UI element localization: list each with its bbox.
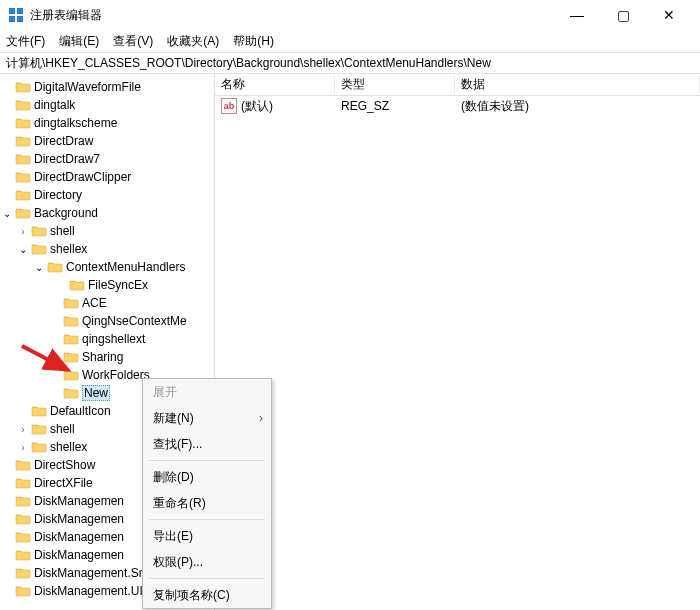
tree-item[interactable]: DigitalWaveformFile (0, 78, 214, 96)
spacer (0, 476, 14, 490)
maximize-button[interactable]: ▢ (600, 0, 646, 30)
tree-item[interactable]: ACE (0, 294, 214, 312)
spacer (0, 530, 14, 544)
ctx-permissions[interactable]: 权限(P)... (143, 549, 271, 575)
tree-item[interactable]: ›shell (0, 222, 214, 240)
tree-item-label: DiskManagemen (34, 512, 124, 526)
close-button[interactable]: ✕ (646, 0, 692, 30)
tree-item-label: QingNseContextMe (82, 314, 187, 328)
ctx-delete[interactable]: 删除(D) (143, 464, 271, 490)
chevron-down-icon[interactable]: ⌄ (32, 260, 46, 274)
address-bar[interactable]: 计算机\HKEY_CLASSES_ROOT\Directory\Backgrou… (0, 52, 700, 74)
tree-item-label: shell (50, 224, 75, 238)
titlebar: 注册表编辑器 — ▢ ✕ (0, 0, 700, 30)
menu-help[interactable]: 帮助(H) (233, 33, 274, 50)
string-value-icon: ab (221, 98, 237, 114)
menu-file[interactable]: 文件(F) (6, 33, 45, 50)
svg-rect-3 (17, 16, 23, 22)
tree-item[interactable]: Directory (0, 186, 214, 204)
chevron-down-icon[interactable]: ⌄ (16, 242, 30, 256)
folder-icon (63, 332, 79, 346)
folder-icon (31, 404, 47, 418)
ctx-expand: 展开 (143, 379, 271, 405)
tree-item[interactable]: DirectDraw7 (0, 150, 214, 168)
folder-icon (47, 260, 63, 274)
separator (149, 519, 265, 520)
tree-item[interactable]: ⌄ContextMenuHandlers (0, 258, 214, 276)
tree-item-label: ContextMenuHandlers (66, 260, 185, 274)
col-name[interactable]: 名称 (215, 76, 335, 93)
window-title: 注册表编辑器 (30, 7, 554, 24)
folder-icon (15, 458, 31, 472)
address-text: 计算机\HKEY_CLASSES_ROOT\Directory\Backgrou… (6, 55, 491, 72)
ctx-copykey[interactable]: 复制项名称(C) (143, 582, 271, 608)
spacer (0, 98, 14, 112)
spacer (48, 314, 62, 328)
spacer (0, 494, 14, 508)
tree-item[interactable]: ⌄shellex (0, 240, 214, 258)
ctx-new[interactable]: 新建(N)› (143, 405, 271, 431)
folder-icon (15, 188, 31, 202)
folder-icon (63, 386, 79, 400)
col-type[interactable]: 类型 (335, 76, 455, 93)
tree-item[interactable]: DirectDrawClipper (0, 168, 214, 186)
value-name: (默认) (241, 98, 273, 115)
chevron-right-icon[interactable]: › (16, 224, 30, 238)
col-data[interactable]: 数据 (455, 76, 700, 93)
ctx-rename[interactable]: 重命名(R) (143, 490, 271, 516)
folder-icon (63, 350, 79, 364)
value-type: REG_SZ (335, 99, 455, 113)
folder-icon (31, 440, 47, 454)
tree-item[interactable]: dingtalk (0, 96, 214, 114)
spacer (0, 584, 14, 598)
list-pane[interactable]: 名称 类型 数据 ab (默认) REG_SZ (数值未设置) (215, 74, 700, 610)
folder-icon (15, 206, 31, 220)
folder-icon (15, 476, 31, 490)
folder-icon (63, 368, 79, 382)
folder-icon (31, 224, 47, 238)
folder-icon (15, 584, 31, 598)
spacer (16, 404, 30, 418)
tree-item[interactable]: qingshellext (0, 330, 214, 348)
spacer (0, 170, 14, 184)
spacer (54, 278, 68, 292)
menu-view[interactable]: 查看(V) (113, 33, 153, 50)
menu-favorites[interactable]: 收藏夹(A) (167, 33, 219, 50)
folder-icon (15, 530, 31, 544)
svg-rect-0 (9, 8, 15, 14)
folder-icon (63, 296, 79, 310)
menu-edit[interactable]: 编辑(E) (59, 33, 99, 50)
chevron-right-icon[interactable]: › (16, 422, 30, 436)
tree-item[interactable]: FileSyncEx (0, 276, 214, 294)
tree-item-label: DefaultIcon (50, 404, 111, 418)
svg-rect-2 (9, 16, 15, 22)
tree-item[interactable]: ⌄Background (0, 204, 214, 222)
list-row[interactable]: ab (默认) REG_SZ (数值未设置) (215, 96, 700, 116)
minimize-button[interactable]: — (554, 0, 600, 30)
spacer (48, 332, 62, 346)
chevron-right-icon[interactable]: › (16, 440, 30, 454)
ctx-export[interactable]: 导出(E) (143, 523, 271, 549)
tree-item-label: DiskManagemen (34, 530, 124, 544)
spacer (0, 512, 14, 526)
folder-icon (31, 242, 47, 256)
folder-icon (31, 422, 47, 436)
context-menu: 展开 新建(N)› 查找(F)... 删除(D) 重命名(R) 导出(E) 权限… (142, 378, 272, 609)
folder-icon (15, 566, 31, 580)
tree-item[interactable]: dingtalkscheme (0, 114, 214, 132)
tree-item-label: qingshellext (82, 332, 145, 346)
folder-icon (69, 278, 85, 292)
tree-item-label: DiskManagemen (34, 548, 124, 562)
chevron-right-icon: › (259, 411, 263, 425)
spacer (0, 458, 14, 472)
tree-item[interactable]: QingNseContextMe (0, 312, 214, 330)
folder-icon (15, 512, 31, 526)
svg-rect-1 (17, 8, 23, 14)
tree-item-label: shellex (50, 242, 87, 256)
tree-item[interactable]: Sharing (0, 348, 214, 366)
ctx-find[interactable]: 查找(F)... (143, 431, 271, 457)
tree-item-label: DirectDraw (34, 134, 93, 148)
tree-item-label: DirectDrawClipper (34, 170, 131, 184)
tree-item[interactable]: DirectDraw (0, 132, 214, 150)
chevron-down-icon[interactable]: ⌄ (0, 206, 14, 220)
